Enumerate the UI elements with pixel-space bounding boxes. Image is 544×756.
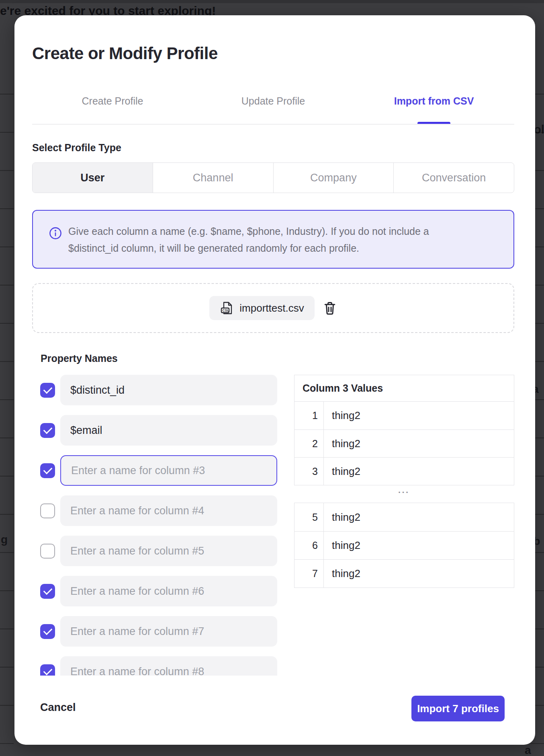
table-row: 3thing2 <box>294 457 514 485</box>
column-checkbox-4[interactable] <box>40 503 55 518</box>
tab-update-profile[interactable]: Update Profile <box>193 91 354 125</box>
dialog-title: Create or Modify Profile <box>32 43 218 64</box>
table-row: 6thing2 <box>294 531 514 559</box>
profile-type-option-conversation[interactable]: Conversation <box>394 163 514 193</box>
table-ellipsis: ••• <box>294 485 514 503</box>
preview-table-block: Column 3 Values1thing22thing23thing2 <box>294 375 514 485</box>
property-name-input-5[interactable] <box>60 536 277 566</box>
column-checkbox-7[interactable] <box>40 624 55 639</box>
tab-create-profile[interactable]: Create Profile <box>32 91 193 125</box>
property-row-4 <box>40 495 281 526</box>
profile-type-option-channel[interactable]: Channel <box>153 163 274 193</box>
file-dropzone[interactable]: CSU importtest.csv <box>32 283 514 333</box>
row-value: thing2 <box>324 532 360 559</box>
row-index: 5 <box>294 503 324 531</box>
info-icon <box>49 227 62 240</box>
row-index: 6 <box>294 532 324 559</box>
file-name: importtest.csv <box>239 302 304 314</box>
tab-divider <box>32 124 514 125</box>
property-row-6 <box>40 576 281 606</box>
property-name-input-4[interactable] <box>60 495 277 526</box>
property-row-5 <box>40 536 281 566</box>
table-row: 5thing2 <box>294 503 514 531</box>
svg-text:CSU: CSU <box>223 309 229 312</box>
delete-file-icon[interactable] <box>323 301 337 315</box>
property-row-1 <box>40 375 281 405</box>
profile-type-selector: UserChannelCompanyConversation <box>32 162 514 193</box>
column-checkbox-6[interactable] <box>40 584 55 599</box>
row-index: 1 <box>294 402 324 429</box>
background-table-lines <box>0 56 14 756</box>
property-row-2 <box>40 415 281 446</box>
column-preview-table: Column 3 Values1thing22thing23thing2•••5… <box>294 375 514 588</box>
table-row: 7thing2 <box>294 559 514 588</box>
background-top-edge <box>0 0 544 3</box>
property-row-3 <box>40 455 281 486</box>
property-names-label: Property Names <box>41 353 118 364</box>
uploaded-file-chip: CSU importtest.csv <box>209 296 314 320</box>
row-index: 2 <box>294 430 324 457</box>
property-name-input-2[interactable] <box>60 415 277 446</box>
column-checkbox-2[interactable] <box>40 423 55 438</box>
row-value: thing2 <box>324 402 360 429</box>
column-checkbox-1[interactable] <box>40 383 55 398</box>
property-row-8 <box>40 656 281 676</box>
profile-type-option-user[interactable]: User <box>33 163 153 193</box>
preview-table-block: 5thing26thing27thing2 <box>294 503 514 588</box>
csv-file-icon: CSU <box>220 301 234 315</box>
property-name-input-6[interactable] <box>60 576 277 606</box>
row-value: thing2 <box>324 430 360 457</box>
column-checkbox-5[interactable] <box>40 544 55 559</box>
cancel-button[interactable]: Cancel <box>40 701 76 714</box>
table-row: 2thing2 <box>294 429 514 457</box>
preview-table-header: Column 3 Values <box>294 375 514 402</box>
info-banner: Give each column a name (e.g. $name, $ph… <box>32 210 514 269</box>
tab-import-from-csv[interactable]: Import from CSV <box>354 91 514 125</box>
row-value: thing2 <box>324 560 360 588</box>
row-value: thing2 <box>324 458 360 485</box>
info-text: Give each column a name (e.g. $name, $ph… <box>68 223 474 257</box>
create-or-modify-profile-dialog: Create or Modify Profile Create ProfileU… <box>14 15 535 745</box>
row-value: thing2 <box>324 503 360 531</box>
profile-type-option-company[interactable]: Company <box>274 163 394 193</box>
property-name-input-3[interactable] <box>60 455 277 486</box>
property-name-input-1[interactable] <box>60 375 277 405</box>
table-row: 1thing2 <box>294 402 514 429</box>
row-index: 3 <box>294 458 324 485</box>
profile-type-label: Select Profile Type <box>32 142 121 154</box>
row-index: 7 <box>294 560 324 588</box>
property-list <box>40 375 281 676</box>
column-checkbox-3[interactable] <box>40 463 55 478</box>
property-name-input-8[interactable] <box>60 656 277 676</box>
property-name-input-7[interactable] <box>60 616 277 647</box>
column-checkbox-8[interactable] <box>40 664 55 676</box>
tab-bar: Create ProfileUpdate ProfileImport from … <box>32 91 514 125</box>
property-row-7 <box>40 616 281 647</box>
import-button[interactable]: Import 7 profiles <box>411 696 505 721</box>
